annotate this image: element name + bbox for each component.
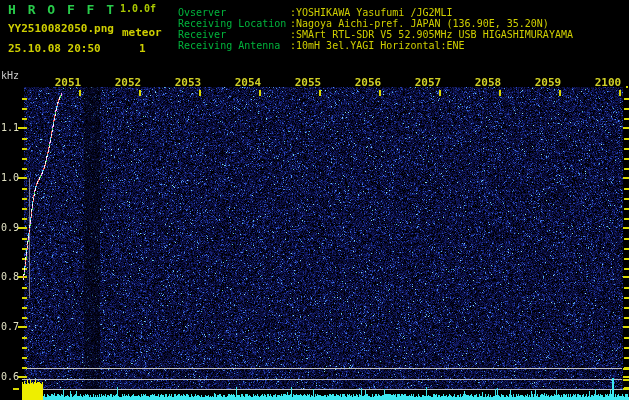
info-value: :Nagoya Aichi-pref. JAPAN (136.90E, 35.2… bbox=[290, 18, 549, 29]
time-tick-label: 2053 bbox=[171, 77, 205, 88]
freq-tick-label: 1.0 bbox=[0, 173, 19, 183]
info-row-3: Receiving Antenna:10mH 3el.YAGI Horizont… bbox=[178, 40, 573, 51]
mode-label: meteor bbox=[122, 27, 162, 38]
info-label: Receiving Location bbox=[178, 18, 290, 29]
app-version: 1.0.0f bbox=[120, 4, 156, 14]
time-tick-label: 2058 bbox=[471, 77, 505, 88]
freq-unit-label: kHz bbox=[1, 71, 19, 81]
station-info: Ovserver:YOSHIKAWA Yasufumi /JG2MLIRecei… bbox=[178, 7, 573, 51]
time-tick-label: 2054 bbox=[231, 77, 265, 88]
info-row-2: Receiver:SMArt RTL-SDR V5 52.905MHz USB … bbox=[178, 29, 573, 40]
time-tick-label: 2100 bbox=[591, 77, 625, 88]
info-value: :10mH 3el.YAGI Horizontal:ENE bbox=[290, 40, 465, 51]
meteor-count: 1 bbox=[139, 43, 146, 54]
freq-tick-label: 0.6 bbox=[0, 372, 19, 382]
info-label: Receiving Antenna bbox=[178, 40, 290, 51]
time-tick-label: 2051 bbox=[51, 77, 85, 88]
info-label: Ovserver bbox=[178, 7, 290, 18]
info-value: :YOSHIKAWA Yasufumi /JG2MLI bbox=[290, 7, 453, 18]
info-value: :SMArt RTL-SDR V5 52.905MHz USB HIGASHIM… bbox=[290, 29, 573, 40]
info-label: Receiver bbox=[178, 29, 290, 40]
time-tick-label: 2059 bbox=[531, 77, 565, 88]
freq-tick-label: 0.7 bbox=[0, 322, 19, 332]
freq-tick-label: 0.9 bbox=[0, 223, 19, 233]
time-tick-label: 2055 bbox=[291, 77, 325, 88]
info-row-1: Receiving Location:Nagoya Aichi-pref. JA… bbox=[178, 18, 573, 29]
output-filename: YY2510082050.png bbox=[8, 23, 114, 34]
info-row-0: Ovserver:YOSHIKAWA Yasufumi /JG2MLI bbox=[178, 7, 573, 18]
hrofft-screen: H R O F F T 1.0.0f YY2510082050.png mete… bbox=[0, 0, 629, 400]
spectrogram-canvas bbox=[0, 0, 629, 400]
freq-tick-label: 1.1 bbox=[0, 123, 19, 133]
time-tick-label: 2052 bbox=[111, 77, 145, 88]
app-title: H R O F F T bbox=[8, 3, 116, 16]
datetime-label: 25.10.08 20:50 bbox=[8, 43, 101, 54]
time-tick-label: 2056 bbox=[351, 77, 385, 88]
freq-tick-label: 0.8 bbox=[0, 272, 19, 282]
time-tick-label: 2057 bbox=[411, 77, 445, 88]
